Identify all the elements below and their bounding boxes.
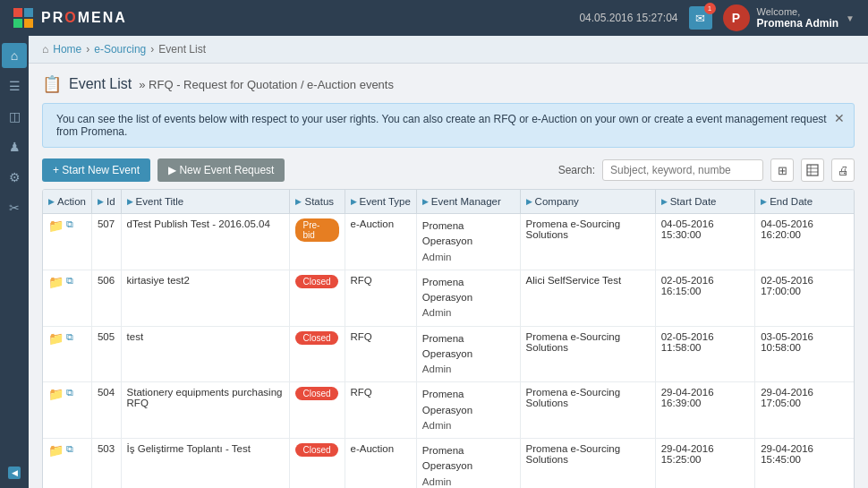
cell-start-date-3: 29-04-2016 16:39:00 bbox=[655, 382, 754, 439]
cell-title-3: Stationery equipments purchasing RFQ bbox=[121, 382, 290, 439]
breadcrumb-sep1: › bbox=[86, 43, 89, 56]
folder-icon-2[interactable]: 📁 bbox=[48, 331, 64, 346]
folder-icon-3[interactable]: 📁 bbox=[48, 387, 64, 401]
logo-text: PROMENA bbox=[41, 10, 127, 26]
start-new-event-button[interactable]: + Start New Event bbox=[42, 158, 150, 182]
sidebar-collapse-arrow[interactable]: ◀ bbox=[8, 467, 21, 479]
col-start-date[interactable]: ▶ Start Date bbox=[655, 190, 754, 214]
cell-manager-2: Promena Operasyon Admin bbox=[416, 326, 520, 382]
copy-icon-4[interactable]: ⧉ bbox=[66, 443, 73, 458]
events-table: ▶ Action ▶ Id ▶ Event Title ▶ Status ▶ E… bbox=[43, 190, 854, 488]
breadcrumb-home-icon: ⌂ bbox=[42, 43, 48, 56]
col-company[interactable]: ▶ Company bbox=[520, 190, 655, 214]
welcome-block: Welcome, Promena Admin bbox=[757, 6, 839, 30]
copy-icon-2[interactable]: ⧉ bbox=[66, 331, 73, 346]
breadcrumb-sep2: › bbox=[150, 43, 154, 56]
status-badge-0: Pre-bid bbox=[295, 218, 338, 242]
folder-icon-0[interactable]: 📁 bbox=[48, 218, 64, 233]
info-bar-close[interactable]: ✕ bbox=[834, 111, 845, 125]
cell-type-2: RFQ bbox=[345, 326, 416, 382]
avatar: P bbox=[723, 4, 750, 31]
cell-manager-4: Promena Operasyon Admin bbox=[416, 439, 520, 489]
logo: PROMENA bbox=[13, 8, 127, 28]
breadcrumb-home-link[interactable]: Home bbox=[53, 43, 81, 56]
grid-view-button[interactable]: ⊞ bbox=[770, 158, 794, 182]
cell-id-1: 506 bbox=[91, 270, 121, 326]
cell-company-1: Alici SelfService Test bbox=[520, 270, 655, 326]
svg-rect-2 bbox=[13, 19, 22, 28]
svg-rect-0 bbox=[13, 8, 22, 17]
info-bar-text: You can see the list of events below wit… bbox=[56, 113, 827, 138]
welcome-label: Welcome, bbox=[757, 6, 839, 17]
status-badge-2: Closed bbox=[295, 331, 337, 345]
breadcrumb: ⌂ Home › e-Sourcing › Event List bbox=[29, 36, 868, 64]
col-manager[interactable]: ▶ Event Manager bbox=[416, 190, 520, 214]
cell-title-2: test bbox=[121, 326, 290, 382]
top-header: PROMENA 04.05.2016 15:27:04 ✉ 1 P Welcom… bbox=[0, 0, 868, 36]
new-event-request-button[interactable]: ▶ New Event Request bbox=[157, 158, 285, 182]
sidebar-item-settings[interactable]: ⚙ bbox=[2, 165, 27, 190]
cell-end-date-0: 04-05-2016 16:20:00 bbox=[755, 214, 854, 270]
excel-export-button[interactable] bbox=[801, 158, 824, 182]
main-layout: ⌂ ☰ ◫ ♟ ⚙ ✂ ◀ ⌂ Home › e-Sourcing › Even… bbox=[0, 36, 868, 488]
print-button[interactable]: 🖨 bbox=[831, 158, 855, 182]
cell-status-0: Pre-bid bbox=[290, 214, 345, 270]
col-action[interactable]: ▶ Action bbox=[43, 190, 91, 214]
svg-rect-3 bbox=[24, 19, 33, 28]
copy-icon-3[interactable]: ⧉ bbox=[66, 387, 73, 401]
breadcrumb-current: Event List bbox=[158, 43, 206, 56]
table-row: 📁 ⧉ 507 dTest Publish Test - 2016.05.04 … bbox=[43, 214, 854, 270]
cell-manager-0: Promena Operasyon Admin bbox=[416, 214, 520, 270]
table-row: 📁 ⧉ 505 test Closed RFQ Promena Operasyo… bbox=[43, 326, 854, 382]
cell-start-date-2: 02-05-2016 11:58:00 bbox=[655, 326, 754, 382]
col-end-date[interactable]: ▶ End Date bbox=[755, 190, 854, 214]
status-badge-1: Closed bbox=[295, 275, 337, 288]
cell-end-date-1: 02-05-2016 17:00:00 bbox=[755, 270, 854, 326]
cell-action-2: 📁 ⧉ bbox=[43, 326, 91, 382]
page-title-row: 📋 Event List » RFQ - Request for Quotati… bbox=[42, 74, 855, 94]
col-id[interactable]: ▶ Id bbox=[91, 190, 121, 214]
col-status[interactable]: ▶ Status bbox=[290, 190, 345, 214]
user-dropdown-icon[interactable]: ▼ bbox=[846, 13, 855, 23]
cell-end-date-4: 29-04-2016 15:45:00 bbox=[755, 439, 854, 489]
folder-icon-4[interactable]: 📁 bbox=[48, 443, 64, 458]
events-table-wrap: ▶ Action ▶ Id ▶ Event Title ▶ Status ▶ E… bbox=[42, 189, 855, 488]
sidebar-item-home[interactable]: ⌂ bbox=[2, 43, 27, 68]
cell-action-4: 📁 ⧉ bbox=[43, 439, 91, 489]
status-badge-3: Closed bbox=[295, 387, 337, 400]
cell-start-date-0: 04-05-2016 15:30:00 bbox=[655, 214, 754, 270]
sidebar: ⌂ ☰ ◫ ♟ ⚙ ✂ ◀ bbox=[0, 36, 29, 488]
email-badge: 1 bbox=[704, 3, 716, 14]
table-row: 📁 ⧉ 506 kirtasiye test2 Closed RFQ Prome… bbox=[43, 270, 854, 326]
cell-status-4: Closed bbox=[290, 439, 345, 489]
col-type[interactable]: ▶ Event Type bbox=[345, 190, 416, 214]
cell-action-3: 📁 ⧉ bbox=[43, 382, 91, 439]
breadcrumb-esourcing-link[interactable]: e-Sourcing bbox=[94, 43, 146, 56]
search-input[interactable] bbox=[602, 159, 763, 181]
toolbar: + Start New Event ▶ New Event Request Se… bbox=[42, 158, 855, 182]
sidebar-item-org[interactable]: ♟ bbox=[2, 134, 27, 159]
sidebar-item-docs[interactable]: ◫ bbox=[2, 104, 27, 129]
header-datetime: 04.05.2016 15:27:04 bbox=[579, 12, 677, 24]
cell-title-4: İş Geliştirme Toplantı - Test bbox=[121, 439, 290, 489]
table-header-row: ▶ Action ▶ Id ▶ Event Title ▶ Status ▶ E… bbox=[43, 190, 854, 214]
sidebar-item-menu[interactable]: ☰ bbox=[2, 73, 27, 98]
copy-icon-1[interactable]: ⧉ bbox=[66, 275, 73, 289]
page-content: 📋 Event List » RFQ - Request for Quotati… bbox=[29, 64, 868, 488]
folder-icon-1[interactable]: 📁 bbox=[48, 275, 64, 289]
page-title: Event List bbox=[69, 76, 132, 92]
copy-icon-0[interactable]: ⧉ bbox=[66, 218, 73, 233]
header-right: 04.05.2016 15:27:04 ✉ 1 P Welcome, Prome… bbox=[579, 4, 855, 31]
status-badge-4: Closed bbox=[295, 443, 337, 457]
cell-type-4: e-Auction bbox=[345, 439, 416, 489]
sidebar-item-tools[interactable]: ✂ bbox=[2, 195, 27, 220]
cell-title-1: kirtasiye test2 bbox=[121, 270, 290, 326]
cell-type-3: RFQ bbox=[345, 382, 416, 439]
col-title[interactable]: ▶ Event Title bbox=[121, 190, 290, 214]
cell-id-3: 504 bbox=[91, 382, 121, 439]
email-button[interactable]: ✉ 1 bbox=[689, 6, 712, 30]
cell-action-1: 📁 ⧉ bbox=[43, 270, 91, 326]
logo-icon bbox=[13, 8, 33, 28]
table-row: 📁 ⧉ 503 İş Geliştirme Toplantı - Test Cl… bbox=[43, 439, 854, 489]
user-name: Promena Admin bbox=[757, 17, 839, 30]
